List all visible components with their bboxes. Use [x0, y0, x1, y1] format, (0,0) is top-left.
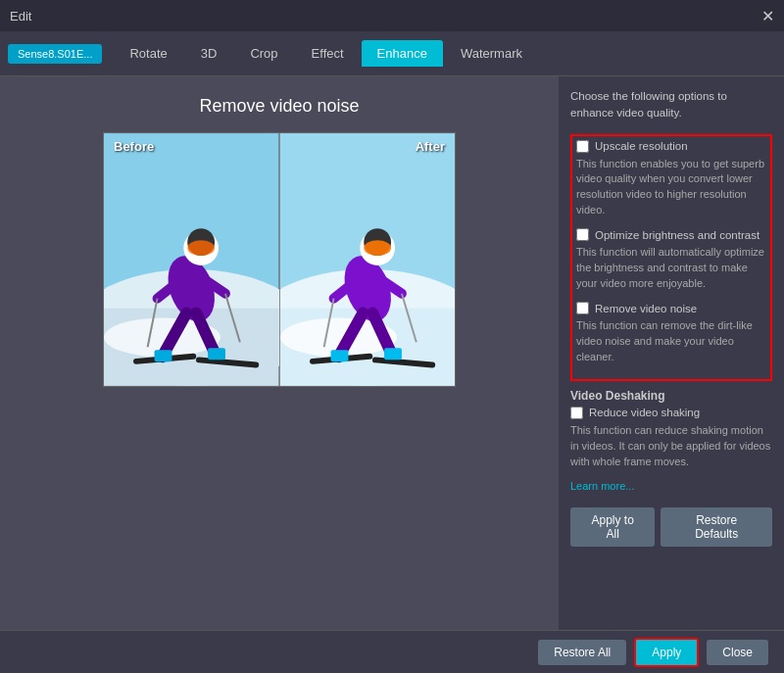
- enhance-description: Choose the following options to enhance …: [570, 88, 772, 122]
- svg-rect-17: [208, 348, 225, 360]
- svg-rect-16: [155, 350, 172, 361]
- noise-option: Remove video noise This function can rem…: [576, 302, 766, 365]
- tab-crop[interactable]: Crop: [234, 40, 293, 67]
- brightness-label: Optimize brightness and contrast: [595, 229, 760, 241]
- before-after-container: Before: [103, 132, 456, 387]
- content-area: Remove video noise Before: [0, 76, 784, 630]
- apply-to-all-button[interactable]: Apply to All: [570, 507, 655, 547]
- right-action-buttons: Apply to All Restore Defaults: [570, 507, 772, 547]
- tab-3d[interactable]: 3D: [185, 40, 233, 67]
- bottom-bar: Restore All Apply Close: [0, 630, 784, 673]
- noise-label: Remove video noise: [595, 303, 697, 314]
- deshaking-header: Video Deshaking: [570, 389, 772, 403]
- brightness-row: Optimize brightness and contrast: [576, 228, 766, 241]
- svg-point-25: [364, 240, 391, 256]
- learn-more-link[interactable]: Learn more...: [570, 480, 772, 492]
- noise-row: Remove video noise: [576, 302, 766, 314]
- before-image: [104, 133, 279, 386]
- deshaking-desc: This function can reduce shaking motion …: [570, 423, 772, 470]
- tab-watermark[interactable]: Watermark: [445, 40, 538, 67]
- deshaking-checkbox[interactable]: [570, 407, 583, 419]
- svg-rect-35: [384, 348, 402, 360]
- title-bar: Edit ✕: [0, 0, 784, 31]
- deshaking-row: Reduce video shaking: [570, 407, 772, 419]
- after-image: [280, 133, 456, 386]
- before-panel: Before: [104, 133, 280, 386]
- right-panel: Choose the following options to enhance …: [559, 76, 784, 630]
- edit-window: Edit ✕ Sense8.S01E... Rotate 3D Crop Eff…: [0, 0, 784, 673]
- tab-bar: Sense8.S01E... Rotate 3D Crop Effect Enh…: [0, 31, 784, 76]
- brightness-option: Optimize brightness and contrast This fu…: [576, 228, 766, 292]
- brightness-desc: This function will automatically optimiz…: [576, 245, 766, 292]
- upscale-checkbox[interactable]: [576, 140, 589, 153]
- upscale-option: Upscale resolution This function enables…: [576, 140, 766, 219]
- close-button[interactable]: Close: [707, 640, 768, 665]
- upscale-desc: This function enables you to get superb …: [576, 157, 766, 219]
- noise-desc: This function can remove the dirt-like v…: [576, 318, 766, 365]
- deshaking-label: Reduce video shaking: [589, 407, 700, 418]
- main-title: Remove video noise: [199, 96, 359, 117]
- upscale-row: Upscale resolution: [576, 140, 766, 153]
- window-title: Edit: [10, 9, 31, 24]
- main-panel: Remove video noise Before: [0, 76, 559, 630]
- restore-all-button[interactable]: Restore All: [538, 640, 626, 665]
- deshaking-option: Reduce video shaking This function can r…: [570, 407, 772, 470]
- after-panel: After: [280, 133, 456, 386]
- after-label: After: [416, 139, 445, 154]
- upscale-section: Upscale resolution This function enables…: [570, 134, 772, 381]
- upscale-label: Upscale resolution: [595, 140, 688, 152]
- tab-rotate[interactable]: Rotate: [114, 40, 182, 67]
- svg-point-7: [187, 240, 215, 256]
- svg-rect-34: [330, 350, 348, 361]
- file-tab[interactable]: Sense8.S01E...: [8, 44, 102, 64]
- brightness-checkbox[interactable]: [576, 228, 589, 241]
- window-close-button[interactable]: ✕: [761, 7, 774, 25]
- apply-button[interactable]: Apply: [634, 638, 699, 667]
- tab-effect[interactable]: Effect: [296, 40, 360, 67]
- before-label: Before: [114, 139, 154, 154]
- noise-checkbox[interactable]: [576, 302, 589, 314]
- restore-defaults-button[interactable]: Restore Defaults: [661, 507, 772, 547]
- tab-enhance[interactable]: Enhance: [362, 40, 443, 67]
